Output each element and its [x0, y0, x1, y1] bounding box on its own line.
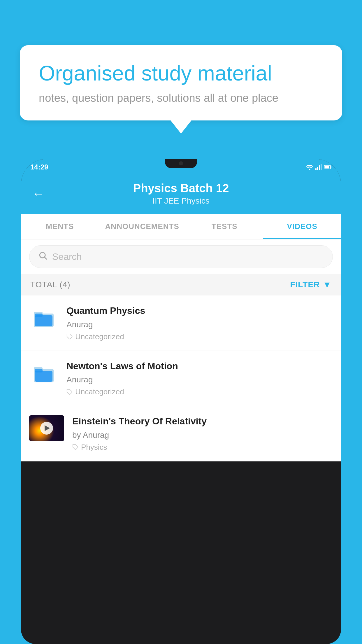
- filter-button[interactable]: FILTER ▼: [290, 280, 332, 290]
- tag-icon: [72, 444, 79, 450]
- speech-bubble: Organised study material notes, question…: [20, 45, 342, 120]
- battery-icon: [324, 165, 332, 169]
- folder-icon-wrap: [29, 305, 58, 330]
- list-item[interactable]: Newton's Laws of Motion Anurag Uncategor…: [21, 351, 341, 406]
- status-time: 14:29: [30, 163, 48, 171]
- tabs-bar: MENTS ANNOUNCEMENTS TESTS VIDEOS: [21, 214, 341, 239]
- video-thumbnail: [29, 415, 64, 441]
- tab-ments[interactable]: MENTS: [21, 214, 99, 239]
- camera: [179, 161, 183, 165]
- svg-point-8: [40, 252, 45, 258]
- phone-frame: 14:29 ← Phys: [21, 159, 341, 644]
- video-list: Quantum Physics Anurag Uncategorized: [21, 295, 341, 461]
- video-info: Quantum Physics Anurag Uncategorized: [66, 305, 333, 341]
- header-title-block: Physics Batch 12 IIT JEE Physics: [53, 182, 309, 206]
- svg-rect-1: [315, 168, 317, 170]
- back-button[interactable]: ←: [32, 187, 44, 201]
- folder-icon-wrap: [29, 360, 58, 386]
- tag-icon: [66, 389, 73, 395]
- notch: [165, 159, 197, 168]
- svg-rect-3: [319, 165, 320, 170]
- filter-row: TOTAL (4) FILTER ▼: [21, 274, 341, 295]
- tab-announcements[interactable]: ANNOUNCEMENTS: [99, 214, 186, 239]
- tab-tests[interactable]: TESTS: [186, 214, 263, 239]
- svg-line-9: [45, 257, 47, 259]
- svg-rect-18: [35, 369, 43, 372]
- tab-videos[interactable]: VIDEOS: [263, 214, 341, 239]
- total-count: TOTAL (4): [30, 280, 71, 289]
- video-author: Anurag: [66, 375, 333, 384]
- status-icons: [306, 164, 332, 170]
- header-subtitle: IIT JEE Physics: [53, 196, 309, 206]
- play-icon: [45, 425, 50, 431]
- search-bar[interactable]: Search: [29, 245, 333, 268]
- list-item[interactable]: Quantum Physics Anurag Uncategorized: [21, 295, 341, 351]
- signal-icon: [315, 164, 322, 170]
- svg-rect-6: [331, 166, 331, 168]
- video-title: Newton's Laws of Motion: [66, 360, 333, 372]
- search-icon: [38, 251, 48, 262]
- search-placeholder: Search: [52, 251, 82, 262]
- video-author: by Anurag: [72, 430, 333, 440]
- filter-icon: ▼: [323, 280, 332, 290]
- list-item[interactable]: Einstein's Theory Of Relativity by Anura…: [21, 406, 341, 461]
- svg-rect-13: [35, 314, 43, 317]
- bubble-title: Organised study material: [39, 61, 323, 85]
- bubble-subtitle: notes, question papers, solutions all at…: [39, 92, 323, 104]
- header-main-title: Physics Batch 12: [53, 182, 309, 195]
- video-info: Newton's Laws of Motion Anurag Uncategor…: [66, 360, 333, 397]
- svg-rect-2: [317, 167, 318, 170]
- app-header: ← Physics Batch 12 IIT JEE Physics: [21, 175, 341, 214]
- play-button[interactable]: [40, 422, 53, 435]
- video-info: Einstein's Theory Of Relativity by Anura…: [72, 415, 333, 452]
- svg-point-0: [309, 169, 310, 170]
- svg-rect-4: [321, 164, 322, 170]
- folder-icon: [33, 363, 54, 384]
- folder-icon: [33, 307, 54, 328]
- speech-bubble-wrapper: Organised study material notes, question…: [20, 45, 342, 120]
- video-tag: Uncategorized: [66, 387, 333, 396]
- wifi-icon: [306, 164, 313, 170]
- video-tag: Uncategorized: [66, 332, 333, 341]
- tag-icon: [66, 333, 73, 340]
- status-bar: 14:29: [21, 159, 341, 175]
- svg-rect-7: [325, 166, 329, 169]
- video-title: Quantum Physics: [66, 305, 333, 317]
- video-tag: Physics: [72, 443, 333, 452]
- search-bar-wrapper: Search: [21, 239, 341, 274]
- video-author: Anurag: [66, 320, 333, 329]
- video-title: Einstein's Theory Of Relativity: [72, 415, 333, 428]
